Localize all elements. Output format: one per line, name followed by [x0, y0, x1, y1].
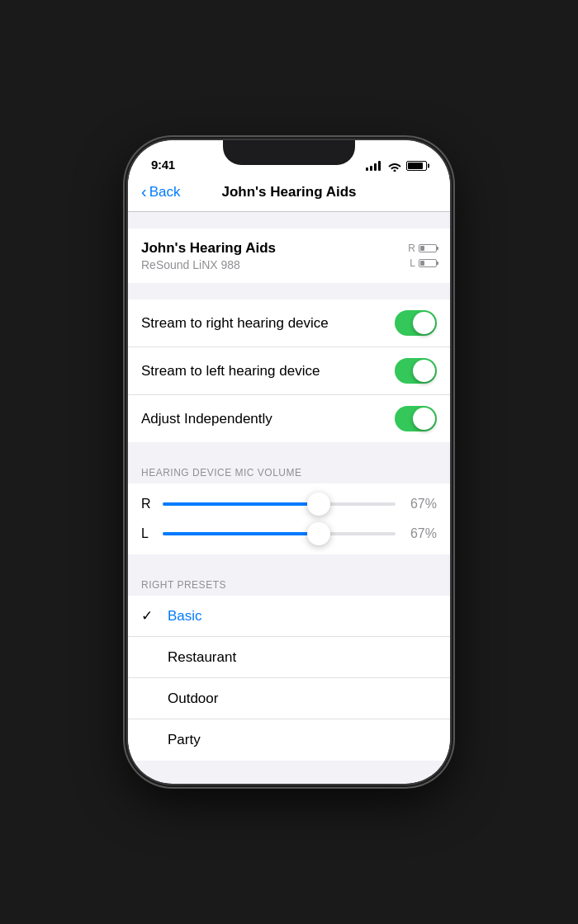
- right-battery-icon: [419, 244, 437, 252]
- preset-restaurant-label: Restaurant: [168, 649, 236, 666]
- battery-fill: [408, 163, 423, 169]
- preset-outdoor-label: Outdoor: [168, 691, 218, 707]
- slider-l-thumb[interactable]: [307, 522, 330, 545]
- back-button[interactable]: ‹ Back: [141, 183, 216, 201]
- section-gap-3: [128, 442, 450, 459]
- left-battery-row: L: [410, 257, 437, 269]
- bottom-padding: [128, 761, 450, 776]
- list-item-stream-right: Stream to right hearing device: [128, 299, 450, 347]
- preset-no-checkmark-2: [141, 691, 161, 707]
- battery-icon: [406, 161, 427, 171]
- back-label: Back: [149, 184, 181, 200]
- wifi-icon: ︁: [386, 160, 401, 172]
- preset-item-party[interactable]: Party: [128, 719, 450, 761]
- content-area: John's Hearing Aids ReSound LiNX 988 R L: [128, 212, 450, 776]
- toggle-list: Stream to right hearing device Stream to…: [128, 299, 450, 442]
- right-battery-row: R: [408, 243, 437, 254]
- preset-item-restaurant[interactable]: Restaurant: [128, 637, 450, 678]
- status-time: 9:41: [151, 158, 175, 172]
- presets-list: ✓ Basic Restaurant Outdoor Party: [128, 596, 450, 761]
- slider-row-r: R 67%: [141, 497, 437, 512]
- section-gap-4: [128, 554, 450, 571]
- slider-l-fill: [163, 532, 319, 535]
- toggle-knob: [413, 360, 435, 382]
- slider-r-track: [163, 502, 396, 506]
- back-chevron-icon: ‹: [141, 182, 147, 201]
- nav-bar: ‹ Back John's Hearing Aids: [128, 177, 450, 212]
- slider-l-label: L: [141, 526, 153, 541]
- notch: [223, 140, 355, 165]
- slider-row-l: L 67%: [141, 526, 437, 541]
- slider-l-value: 67%: [405, 526, 437, 541]
- slider-l-track: [163, 532, 396, 535]
- device-info: John's Hearing Aids ReSound LiNX 988: [141, 240, 276, 271]
- stream-left-toggle[interactable]: [395, 358, 437, 384]
- adjust-independently-toggle[interactable]: [395, 406, 437, 431]
- list-item-adjust: Adjust Independently: [128, 395, 450, 442]
- preset-item-basic[interactable]: ✓ Basic: [128, 596, 450, 637]
- preset-party-label: Party: [168, 732, 201, 748]
- slider-section-title: HEARING DEVICE MIC VOLUME: [141, 467, 302, 478]
- presets-section-header: RIGHT PRESETS: [128, 571, 450, 596]
- preset-no-checkmark-3: [141, 732, 161, 748]
- left-battery-icon: [419, 259, 437, 267]
- slider-r-label: R: [141, 497, 153, 512]
- slider-section-header: HEARING DEVICE MIC VOLUME: [128, 459, 450, 483]
- presets-section-title: RIGHT PRESETS: [141, 579, 226, 591]
- left-battery-label: L: [410, 257, 415, 269]
- phone-frame: 9:41 ︁: [128, 140, 450, 784]
- section-gap-1: [128, 212, 450, 229]
- stream-right-toggle[interactable]: [395, 310, 437, 336]
- slider-r-track-container[interactable]: [163, 502, 396, 506]
- slider-l-track-container[interactable]: [163, 532, 396, 535]
- slider-r-thumb[interactable]: [307, 493, 330, 516]
- preset-basic-label: Basic: [168, 608, 202, 625]
- signal-bars-icon: [366, 161, 381, 171]
- preset-item-outdoor[interactable]: Outdoor: [128, 678, 450, 719]
- right-battery-label: R: [408, 243, 415, 254]
- preset-no-checkmark: [141, 649, 161, 666]
- toggle-knob: [413, 408, 435, 430]
- device-name: John's Hearing Aids: [141, 240, 276, 257]
- device-model: ReSound LiNX 988: [141, 258, 276, 271]
- toggle-knob: [413, 312, 435, 334]
- slider-r-fill: [163, 502, 319, 506]
- section-gap-2: [128, 283, 450, 299]
- adjust-independently-label: Adjust Independently: [141, 411, 272, 427]
- stream-left-label: Stream to left hearing device: [141, 363, 320, 380]
- nav-title: John's Hearing Aids: [216, 184, 363, 200]
- device-card: John's Hearing Aids ReSound LiNX 988 R L: [128, 229, 450, 283]
- list-item-stream-left: Stream to left hearing device: [128, 347, 450, 395]
- screen: 9:41 ︁: [128, 140, 450, 784]
- slider-section: R 67% L: [128, 483, 450, 554]
- battery-indicators: R L: [408, 243, 437, 269]
- slider-r-value: 67%: [405, 497, 437, 512]
- preset-checkmark-icon: ✓: [141, 607, 161, 625]
- status-icons: ︁: [366, 160, 427, 172]
- stream-right-label: Stream to right hearing device: [141, 315, 329, 332]
